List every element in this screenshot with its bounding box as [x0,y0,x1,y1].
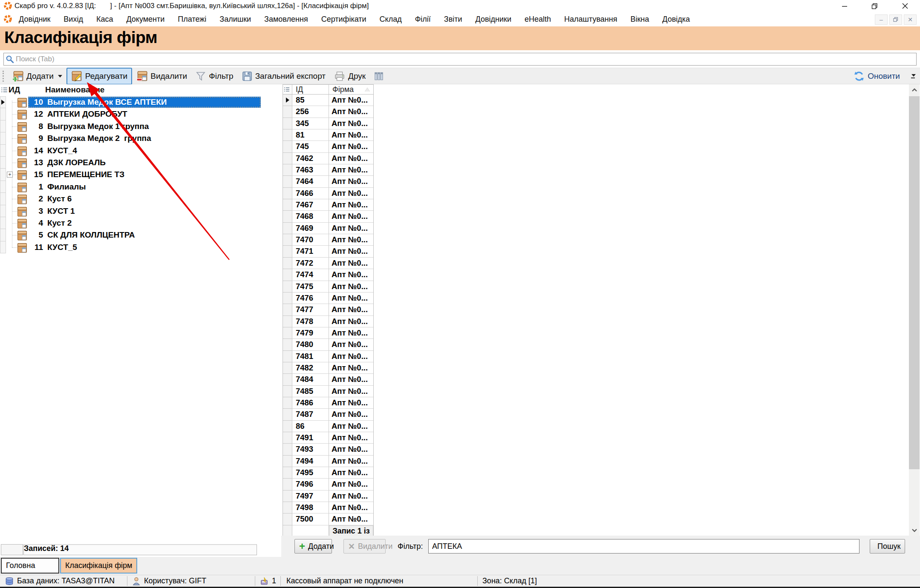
table-row[interactable]: 7482 Апт №0... [283,362,373,374]
search-box[interactable] [3,53,917,66]
menu-item[interactable]: Залишки [219,15,251,24]
filter-input[interactable] [428,539,859,554]
search-input[interactable] [16,54,916,65]
tree-item-label[interactable]: 4 Куст 2 [28,218,261,229]
table-row[interactable]: 256 Апт №0... [283,106,373,118]
tree-item-label[interactable]: 13 ДЗК ЛОРЕАЛЬ [28,157,261,168]
table-row[interactable]: 7474 Апт №0... [283,269,373,281]
table-row[interactable]: 345 Апт №0... [283,118,373,129]
menu-item[interactable]: Вікна [630,15,649,24]
export-button[interactable]: Загальний експорт [238,69,330,83]
tree-item-label[interactable]: 10 Выгрузка Медок ВСЕ АПТЕКИ [28,97,261,108]
delete-button[interactable]: Видалити [132,68,191,84]
table-row[interactable]: 7493 Апт №0... [283,444,373,455]
menu-item[interactable]: Вихід [63,15,83,24]
tree-row[interactable]: + 13 ДЗК ЛОРЕАЛЬ [0,157,281,169]
table-row[interactable]: 7463 Апт №0... [283,164,373,176]
edit-button[interactable]: Редагувати [66,68,132,85]
form-add-button[interactable]: + Додати [294,539,332,554]
menu-item[interactable]: Довідка [662,15,690,24]
window-tab[interactable]: Класифікація фірм [60,558,137,574]
table-row[interactable]: 7480 Апт №0... [283,339,373,350]
toolbar-overflow-button[interactable] [910,74,916,78]
table-row[interactable]: 7478 Апт №0... [283,316,373,327]
tree-item-label[interactable]: 11 КУСТ_5 [28,242,261,253]
tree-row[interactable]: + 2 Куст 6 [0,193,281,205]
tree-item-label[interactable]: 3 КУСТ 1 [28,206,261,217]
add-button[interactable]: Додати [8,68,66,84]
grid-menu-icon[interactable] [284,86,290,92]
table-row[interactable]: 7485 Апт №0... [283,386,373,397]
menu-item[interactable]: Замовлення [264,15,308,24]
close-button[interactable] [891,0,919,12]
print-button[interactable]: Друк [330,69,370,83]
table-row[interactable]: 7477 Апт №0... [283,304,373,316]
tree-item-label[interactable]: 9 Выгрузка Медок 2 группа [28,133,261,144]
scrollbar-thumb[interactable] [909,96,920,469]
tree-item-label[interactable]: 2 Куст 6 [28,193,261,204]
table-row[interactable]: 7470 Апт №0... [283,234,373,246]
menu-item[interactable]: Довідники [476,15,511,24]
tree-row[interactable]: + 15 ПЕРЕМЕЩЕНИЕ ТЗ [0,169,281,181]
tree-row[interactable]: + 3 КУСТ 1 [0,205,281,217]
table-row[interactable]: 7491 Апт №0... [283,432,373,444]
table-row[interactable]: 7486 Апт №0... [283,397,373,409]
table-row[interactable]: 7500 Апт №0... [283,513,373,525]
mdi-close-button[interactable]: ✕ [904,14,917,25]
tree-row[interactable]: + 10 Выгрузка Медок ВСЕ АПТЕКИ [0,96,281,108]
grid-column-id[interactable]: ІД [292,85,329,94]
grid-menu-icon[interactable] [1,86,8,93]
table-row[interactable]: 7472 Апт №0... [283,258,373,269]
table-row[interactable]: 7484 Апт №0... [283,374,373,385]
table-row[interactable]: 86 Апт №0... [283,421,373,432]
table-row[interactable]: 7476 Апт №0... [283,293,373,304]
grid-column-firm[interactable]: Фірма [329,85,373,94]
table-row[interactable]: 7475 Апт №0... [283,281,373,293]
tree-item-label[interactable]: 5 СК ДЛЯ КОЛЛЦЕНТРА [28,229,261,241]
mdi-minimize-button[interactable]: – [875,14,888,25]
table-row[interactable]: 7487 Апт №0... [283,409,373,420]
table-row[interactable]: 7497 Апт №0... [283,490,373,502]
tree-item-label[interactable]: 14 КУСТ_4 [28,145,261,156]
menu-item[interactable]: Склад [380,15,402,24]
menu-item[interactable]: Сертифікати [321,15,366,24]
tree-item-label[interactable]: 12 АПТЕКИ ДОБРОБУТ [28,109,261,120]
menu-item[interactable]: Філії [415,15,431,24]
tree-column-id[interactable]: ИД [9,85,20,95]
tree-row[interactable]: + 12 АПТЕКИ ДОБРОБУТ [0,108,281,120]
tree-item-label[interactable]: 15 ПЕРЕМЕЩЕНИЕ ТЗ [28,169,261,180]
form-delete-button[interactable]: ✕ Видалити [343,539,386,554]
tree-row[interactable]: + 1 Филиалы [0,181,281,193]
tree-row[interactable]: + 5 СК ДЛЯ КОЛЛЦЕНТРА [0,229,281,241]
tree-column-name[interactable]: Наименование [45,85,104,95]
table-row[interactable]: 7462 Апт №0... [283,153,373,164]
table-row[interactable]: 7468 Апт №0... [283,211,373,222]
tree-row[interactable]: + 8 Выгрузка Медок 1 группа [0,120,281,132]
scroll-down-button[interactable] [909,524,920,536]
vertical-scrollbar[interactable] [909,84,920,536]
table-row[interactable]: 85 Апт №0... [283,95,373,106]
table-row[interactable]: 7464 Апт №0... [283,176,373,187]
refresh-button[interactable]: Оновити [849,69,904,84]
mdi-restore-button[interactable] [889,14,902,25]
minimize-button[interactable] [832,0,857,12]
table-row[interactable]: 7495 Апт №0... [283,467,373,479]
toolbar-drag-handle[interactable] [3,71,5,82]
form-search-button[interactable]: Пошук [870,539,905,554]
tree-row[interactable]: + 4 Куст 2 [0,217,281,229]
tree-row[interactable]: + 9 Выгрузка Медок 2 группа [0,132,281,144]
menu-item[interactable]: Довідник [19,15,50,24]
table-row[interactable]: 7496 Апт №0... [283,479,373,490]
tree-item-label[interactable]: 1 Филиалы [28,181,261,192]
table-row[interactable]: 745 Апт №0... [283,141,373,152]
menu-item[interactable]: Каса [96,15,113,24]
menu-item[interactable]: Документи [126,15,164,24]
menu-item[interactable]: Звіти [444,15,462,24]
table-row[interactable]: 7479 Апт №0... [283,327,373,339]
columns-button[interactable] [370,69,388,83]
tree-row[interactable]: + 14 КУСТ_4 [0,145,281,157]
table-row[interactable]: 7481 Апт №0... [283,351,373,362]
tree-row[interactable]: + 11 КУСТ_5 [0,241,281,253]
scroll-up-button[interactable] [909,84,920,96]
table-row[interactable]: 7494 Апт №0... [283,456,373,467]
